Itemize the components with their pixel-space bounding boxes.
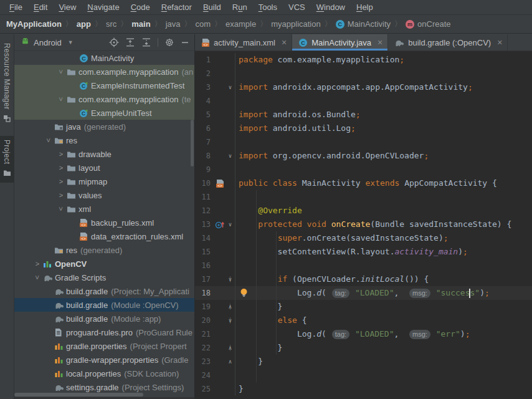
menu-window[interactable]: Window bbox=[311, 0, 351, 15]
tree-row-gradle-properties[interactable]: gradle.properties(Project Propert bbox=[14, 339, 194, 353]
menu-refactor[interactable]: Refactor bbox=[156, 0, 197, 15]
fold-marker-icon[interactable]: ∨ bbox=[226, 276, 235, 282]
breadcrumb-item-mainactivity[interactable]: CMainActivity bbox=[336, 19, 391, 29]
tree-row-settings-gradle[interactable]: settings.gradle(Project Settings) bbox=[14, 380, 194, 394]
breadcrumb-item-oncreate[interactable]: monCreate bbox=[406, 19, 450, 29]
tree-row-xml[interactable]: >xml bbox=[14, 202, 194, 216]
close-icon[interactable]: × bbox=[378, 37, 382, 47]
code-line-22[interactable]: 22∧ } bbox=[195, 341, 532, 355]
tree-row-build-gradle[interactable]: build.gradle(Module :OpenCV) bbox=[14, 298, 194, 312]
editor-tab-activity-main-xml[interactable]: <> activity_main.xml × bbox=[195, 34, 292, 50]
tree-row-opencv[interactable]: >OpenCV bbox=[14, 257, 194, 271]
menu-edit[interactable]: Edit bbox=[28, 0, 53, 15]
code-line-20[interactable]: 20∨ else { bbox=[195, 314, 532, 327]
close-icon[interactable]: × bbox=[282, 37, 287, 47]
tree-row-exampleinstrumentedtest[interactable]: CExampleInstrumentedTest bbox=[14, 79, 194, 92]
expand-all-icon[interactable] bbox=[125, 37, 135, 47]
tree-row-java[interactable]: java(generated) bbox=[14, 120, 194, 133]
fold-marker-icon[interactable]: ∨ bbox=[226, 317, 235, 324]
tree-row-exampleunittest[interactable]: CExampleUnitTest bbox=[14, 106, 194, 120]
menu-help[interactable]: Help bbox=[351, 0, 379, 15]
tree-chevron-icon[interactable]: > bbox=[55, 68, 67, 75]
code-line-23[interactable]: 23∧ } bbox=[195, 355, 532, 368]
tree-row-mainactivity[interactable]: CMainActivity bbox=[14, 51, 194, 65]
fold-marker-icon[interactable]: ∧ bbox=[226, 358, 235, 365]
menu-navigate[interactable]: Navigate bbox=[82, 0, 125, 15]
breadcrumb-item-main[interactable]: main bbox=[131, 19, 150, 29]
tree-horizontal-scrollbar[interactable] bbox=[14, 393, 143, 397]
breadcrumb-item-myapplication[interactable]: myapplication bbox=[271, 19, 321, 29]
code-line-11[interactable]: 11 bbox=[195, 190, 532, 204]
editor-tab-mainactivity-java[interactable]: C MainActivity.java × bbox=[292, 34, 388, 50]
fold-marker-icon[interactable]: ∨ bbox=[226, 153, 235, 159]
menu-tools[interactable]: Tools bbox=[253, 0, 283, 15]
stripe-tab-project[interactable]: Project bbox=[0, 136, 14, 183]
tree-row-gradle-wrapper-properties[interactable]: gradle-wrapper.properties(Gradle bbox=[14, 353, 194, 367]
tree-chevron-icon[interactable]: > bbox=[55, 164, 67, 171]
tree-chevron-icon[interactable]: > bbox=[55, 95, 67, 103]
close-icon[interactable]: × bbox=[497, 37, 502, 47]
code-line-5[interactable]: 5import android.os.Bundle; bbox=[195, 108, 532, 122]
tree-chevron-icon[interactable]: > bbox=[55, 205, 67, 213]
intention-bulb-icon[interactable] bbox=[239, 288, 249, 300]
settings-icon[interactable] bbox=[164, 37, 174, 47]
breadcrumb-item-com[interactable]: com bbox=[196, 19, 211, 29]
tree-row-local-properties[interactable]: local.properties(SDK Location) bbox=[14, 367, 194, 380]
code-line-2[interactable]: 2 bbox=[195, 67, 532, 80]
menu-code[interactable]: Code bbox=[125, 0, 156, 15]
code-editor[interactable]: 1package com.example.myapplication;23∨im… bbox=[195, 51, 532, 399]
fold-marker-icon[interactable]: ∨ bbox=[226, 221, 235, 228]
tree-chevron-icon[interactable]: > bbox=[43, 137, 54, 144]
code-line-19[interactable]: 19∧ } bbox=[195, 300, 532, 314]
code-line-1[interactable]: 1package com.example.myapplication; bbox=[195, 53, 532, 67]
tree-row-build-gradle[interactable]: build.gradle(Module :app) bbox=[14, 312, 194, 325]
code-line-10[interactable]: 10<>public class MainActivity extends Ap… bbox=[195, 176, 532, 190]
tree-row-res[interactable]: >res bbox=[14, 133, 194, 147]
stripe-tab-resource-manager[interactable]: Resource Manager bbox=[0, 39, 14, 128]
breadcrumb-item-src[interactable]: src bbox=[106, 19, 116, 29]
tree-row-gradle-scripts[interactable]: >Gradle Scripts bbox=[14, 271, 194, 284]
tree-row-data-extraction-rules-xml[interactable]: <>data_extraction_rules.xml bbox=[14, 229, 194, 243]
tree-row-res[interactable]: res(generated) bbox=[14, 243, 194, 257]
code-line-3[interactable]: 3∨import androidx.appcompat.app.AppCompa… bbox=[195, 80, 532, 94]
tree-row-drawable[interactable]: >drawable bbox=[14, 147, 194, 161]
code-line-4[interactable]: 4 bbox=[195, 94, 532, 108]
menu-build[interactable]: Build bbox=[197, 0, 227, 15]
layout-file-icon[interactable]: <> bbox=[214, 179, 226, 188]
override-icon[interactable] bbox=[214, 220, 226, 229]
locate-icon[interactable] bbox=[109, 37, 119, 47]
code-line-15[interactable]: 15 setContentView(R.layout.activity_main… bbox=[195, 245, 532, 259]
editor-tab-build-gradle-opencv-[interactable]: build.gradle (:OpenCV) × bbox=[388, 34, 508, 50]
code-line-6[interactable]: 6import android.util.Log; bbox=[195, 122, 532, 135]
tree-chevron-icon[interactable]: > bbox=[32, 274, 43, 281]
breadcrumb-item-app[interactable]: app bbox=[77, 19, 91, 29]
code-line-14[interactable]: 14 super.onCreate(savedInstanceState); bbox=[195, 231, 532, 245]
code-line-17[interactable]: 17∨ if (OpenCVLoader.initLocal()) { bbox=[195, 272, 532, 286]
tree-row-mipmap[interactable]: >mipmap bbox=[14, 175, 194, 188]
fold-marker-icon[interactable]: ∨ bbox=[226, 84, 235, 90]
code-line-8[interactable]: 8∨import org.opencv.android.OpenCVLoader… bbox=[195, 149, 532, 163]
hide-icon[interactable] bbox=[181, 38, 189, 47]
code-line-25[interactable]: 25} bbox=[195, 382, 532, 396]
tree-chevron-icon[interactable]: > bbox=[55, 191, 67, 199]
tree-chevron-icon[interactable]: > bbox=[55, 178, 67, 185]
tree-chevron-icon[interactable]: > bbox=[55, 150, 67, 158]
code-line-7[interactable]: 7 bbox=[195, 135, 532, 149]
tree-row-com-example-myapplication[interactable]: >com.example.myapplication(te bbox=[14, 92, 194, 106]
code-line-16[interactable]: 16 bbox=[195, 259, 532, 272]
code-line-21[interactable]: 21 Log.d( tag: "LOADED", msg: "err"); bbox=[195, 327, 532, 341]
code-line-9[interactable]: 9 bbox=[195, 163, 532, 176]
tree-chevron-icon[interactable]: > bbox=[32, 260, 43, 267]
tree-row-build-gradle[interactable]: build.gradle(Project: My_Applicati bbox=[14, 284, 194, 298]
menu-view[interactable]: View bbox=[53, 0, 82, 15]
breadcrumb-item-example[interactable]: example bbox=[226, 19, 256, 29]
fold-marker-icon[interactable]: ∧ bbox=[226, 345, 235, 351]
project-view-selector[interactable]: Android ▼ bbox=[21, 37, 74, 48]
menu-run[interactable]: Run bbox=[227, 0, 253, 15]
tree-row-proguard-rules-pro[interactable]: proguard-rules.pro(ProGuard Rule bbox=[14, 325, 194, 339]
tree-row-com-example-myapplication[interactable]: >com.example.myapplication(an bbox=[14, 65, 194, 79]
code-line-12[interactable]: 12 @Override bbox=[195, 204, 532, 218]
menu-vcs[interactable]: VCS bbox=[283, 0, 311, 15]
collapse-all-icon[interactable] bbox=[141, 37, 151, 47]
tree-row-backup-rules-xml[interactable]: <>backup_rules.xml bbox=[14, 216, 194, 229]
